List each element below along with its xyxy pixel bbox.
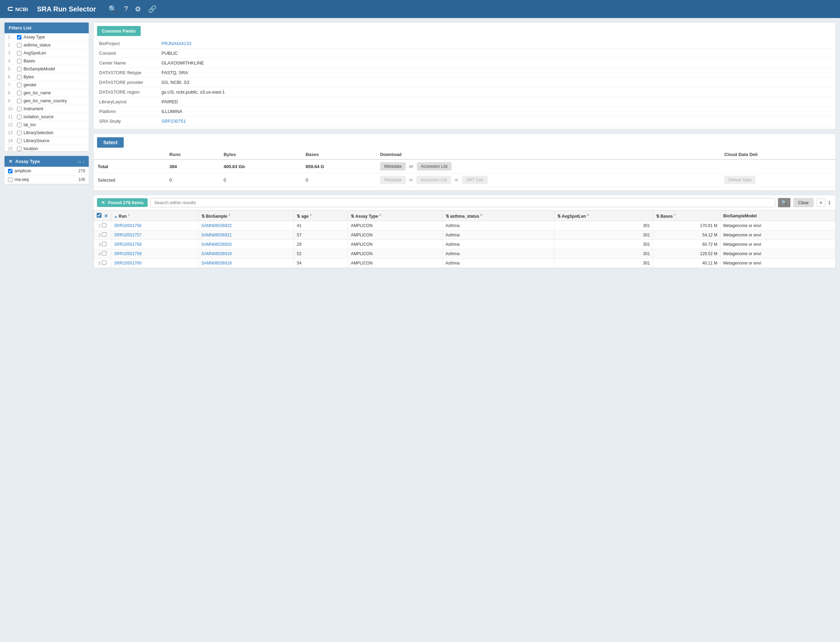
filter-label[interactable]: Bases — [24, 58, 35, 63]
sort-asc-icon[interactable]: ↑↓ — [78, 159, 81, 164]
search-button[interactable]: 🔍 — [778, 198, 790, 207]
row-checkbox[interactable] — [102, 232, 107, 237]
filter-checkbox[interactable] — [17, 83, 21, 88]
sort-bases-icon: ⇅ — [656, 214, 659, 219]
search-icon[interactable]: 🔍 — [108, 5, 117, 13]
help-icon[interactable]: ? — [124, 5, 128, 13]
filter-checkbox[interactable] — [17, 131, 21, 135]
biosample-link[interactable]: SAMN08536920 — [201, 242, 232, 247]
found-badge-x-icon[interactable]: ✕ — [101, 200, 105, 205]
filter-checkbox[interactable] — [17, 91, 21, 95]
filter-checkbox[interactable] — [17, 67, 21, 71]
filter-label[interactable]: gender — [24, 83, 36, 88]
run-link[interactable]: SRR10501756 — [114, 223, 141, 228]
avg-spot-len-cell: 301 — [554, 230, 653, 240]
search-input[interactable] — [151, 198, 775, 207]
assay-type-header: ✕ Assay Type ↑↓ ↓ — [5, 156, 89, 167]
col-download: Download — [376, 150, 697, 159]
link-icon[interactable]: 🔗 — [148, 5, 157, 13]
filter-num: 10 — [8, 106, 15, 111]
total-bytes: 400.63 Gb — [219, 159, 301, 173]
filter-label[interactable]: AvgSpotLen — [24, 50, 46, 55]
filter-label[interactable]: LibrarySource — [24, 138, 50, 143]
total-accession-button[interactable]: Accession List — [417, 162, 452, 170]
settings-icon[interactable]: ⚙ — [135, 5, 141, 13]
run-link[interactable]: SRR10501760 — [114, 261, 141, 266]
biosample-link[interactable]: SAMN08536919 — [201, 251, 232, 256]
filter-checkbox[interactable] — [17, 59, 21, 63]
clear-button[interactable]: Clear — [793, 198, 814, 207]
filter-label[interactable]: LibrarySelection — [24, 130, 53, 135]
filter-label[interactable]: geo_loc_name — [24, 91, 51, 95]
common-field-row: LibraryLayout PAIRED — [94, 97, 835, 107]
field-key: DATASTORE filetype — [94, 68, 156, 78]
filter-label[interactable]: BioSampleModel — [24, 66, 55, 71]
row-checkbox[interactable] — [102, 223, 107, 227]
sort-age-icon: ⇅ — [297, 214, 300, 219]
col-biosample-header[interactable]: ⇅ BioSample 2 — [198, 211, 294, 221]
col-avgspot-header[interactable]: ⇅ AvgSpotLen 6 — [554, 211, 653, 221]
field-key: DATASTORE region — [94, 88, 156, 97]
results-toolbar: ✕ Found 278 Items 🔍 Clear < 1 — [94, 195, 835, 211]
run-link[interactable]: SRR10501758 — [114, 242, 141, 247]
assay-checkbox[interactable] — [8, 177, 13, 182]
row-checkbox[interactable] — [102, 251, 107, 256]
sort-desc-icon[interactable]: ↓ — [83, 159, 85, 164]
row-checkbox[interactable] — [102, 260, 107, 265]
filter-checkbox[interactable] — [17, 139, 21, 143]
field-value: ILLUMINA — [156, 107, 835, 117]
bases-cell: 60.72 M — [653, 240, 720, 249]
biosample-link[interactable]: SAMN08536922 — [201, 223, 232, 228]
filter-num: 3 — [8, 50, 15, 55]
filter-checkbox[interactable] — [17, 35, 21, 39]
filter-label[interactable]: asthma_status — [24, 43, 50, 47]
select-panel: Select Runs Bytes Bases Download Cloud D… — [93, 133, 836, 191]
col-asthma-header[interactable]: ⇅ asthma_status 5 — [442, 211, 554, 221]
assay-checkbox[interactable] — [8, 169, 13, 173]
table-row: 5 SRR10501760 SAMN08536918 54 AMPLICON A… — [94, 259, 835, 268]
col-bases-header[interactable]: ⇅ Bases 7 — [653, 211, 720, 221]
filter-checkbox[interactable] — [17, 123, 21, 127]
col-run-header[interactable]: ▲ Run 1 — [111, 211, 198, 221]
run-link[interactable]: SRR10501759 — [114, 251, 141, 256]
assay-label[interactable]: rna-seq — [15, 177, 76, 182]
col-avgspot-label: AvgSpotLen — [562, 214, 586, 219]
col-biosamplemodel-header[interactable]: BioSampleModel — [720, 211, 835, 221]
run-link[interactable]: SRR10501757 — [114, 233, 141, 237]
col-age-num: 3 — [310, 213, 312, 217]
filter-label[interactable]: isolation_source — [24, 114, 54, 119]
filter-checkbox[interactable] — [17, 51, 21, 55]
deselect-all-icon[interactable]: ✕ — [104, 213, 108, 219]
col-assaytype-header[interactable]: ⇅ Assay Type 4 — [348, 211, 442, 221]
biosample-link[interactable]: SAMN08536921 — [201, 233, 232, 237]
filter-label[interactable]: Bytes — [24, 75, 34, 79]
biosample-link[interactable]: SAMN08536918 — [201, 261, 232, 266]
assay-label[interactable]: amplicon — [15, 169, 76, 173]
field-value[interactable]: SRP230751 — [156, 117, 835, 126]
prev-page-button[interactable]: < — [816, 198, 825, 207]
field-value[interactable]: PRJNA434133 — [156, 39, 835, 49]
filter-label[interactable]: geo_loc_name_country — [24, 99, 67, 103]
filter-checkbox[interactable] — [17, 75, 21, 79]
col-age-header[interactable]: ⇅ age 3 — [294, 211, 348, 221]
assay-type-cell: AMPLICON — [348, 249, 442, 259]
row-num: 2 — [99, 233, 101, 238]
assay-type-close-icon[interactable]: ✕ — [9, 159, 13, 164]
row-checkbox-cell: 1 — [94, 221, 111, 230]
filter-checkbox[interactable] — [17, 43, 21, 47]
filter-label[interactable]: lat_lon — [24, 122, 36, 127]
select-all-checkbox[interactable] — [97, 213, 102, 218]
filter-label[interactable]: location — [24, 146, 38, 151]
biosample-model-cell: Metagenome or envi — [720, 230, 835, 240]
filter-checkbox[interactable] — [17, 147, 21, 151]
filter-checkbox[interactable] — [17, 115, 21, 119]
row-checkbox[interactable] — [102, 242, 107, 246]
field-link[interactable]: PRJNA434133 — [162, 41, 191, 46]
filter-checkbox[interactable] — [17, 99, 21, 103]
field-link[interactable]: SRP230751 — [162, 118, 186, 124]
filter-label[interactable]: Instrument — [24, 106, 43, 111]
total-metadata-button[interactable]: Metadata — [380, 162, 406, 170]
bases-cell: 40.11 M — [653, 259, 720, 268]
filter-checkbox[interactable] — [17, 107, 21, 111]
filter-label[interactable]: Assay Type — [24, 35, 45, 39]
